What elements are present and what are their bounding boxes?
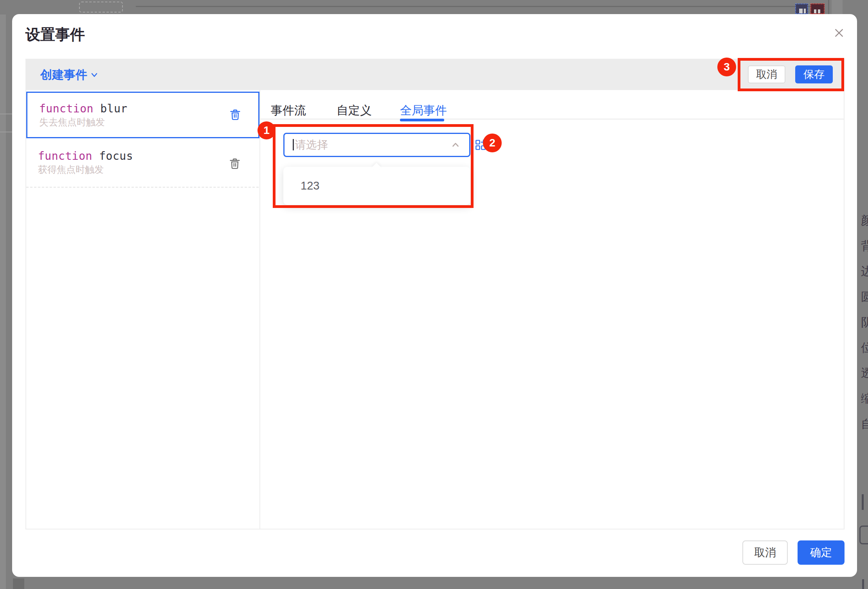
- panel-divider: [259, 90, 260, 529]
- event-toolbar: [26, 60, 844, 90]
- select-placeholder: 请选择: [295, 134, 328, 156]
- select-dropdown: 123: [283, 167, 470, 205]
- dropdown-option[interactable]: 123: [301, 167, 319, 205]
- background-canvas-frame: [136, 6, 819, 7]
- background-divider: [828, 0, 829, 14]
- background-thumbnail-icon: [795, 4, 808, 14]
- style-panel-label: 透: [861, 367, 868, 380]
- tab-event-flow[interactable]: 事件流: [271, 90, 306, 119]
- create-event-button[interactable]: 创建事件: [40, 60, 99, 90]
- tab-global-event[interactable]: 全局事件: [400, 90, 447, 119]
- style-panel-label: 圆: [861, 290, 868, 304]
- toolbar-save-button[interactable]: 保存: [795, 65, 833, 83]
- background-scrollbar: [862, 494, 864, 510]
- grid-plus-icon: [475, 139, 486, 150]
- close-button[interactable]: [831, 25, 847, 41]
- event-name: focus: [99, 150, 133, 163]
- event-keyword: function: [38, 150, 92, 163]
- background-thumbnail-icon: [810, 4, 825, 14]
- style-panel-label: 自: [861, 417, 868, 431]
- chevron-up-icon: [450, 140, 461, 152]
- trash-icon: [229, 108, 241, 121]
- text-cursor: [293, 139, 294, 150]
- list-divider: [26, 187, 259, 188]
- style-panel-label: 背: [861, 239, 868, 253]
- tab-bar-border: [260, 119, 844, 119]
- global-event-select[interactable]: 请选择: [283, 133, 470, 157]
- trash-icon: [229, 157, 241, 170]
- style-panel-label: 边: [861, 265, 868, 278]
- close-icon: [834, 28, 844, 38]
- background-dashed-placeholder: [79, 2, 123, 13]
- event-title: function blur: [39, 102, 128, 115]
- event-description: 失去焦点时触发: [39, 116, 105, 128]
- delete-event-button[interactable]: [229, 108, 241, 121]
- background-block: [13, 578, 24, 589]
- event-name: blur: [100, 102, 127, 115]
- background-line: [0, 114, 12, 114]
- style-panel-label: 缩: [861, 392, 868, 405]
- style-panel-label: 位: [861, 341, 868, 354]
- event-keyword: function: [39, 102, 94, 115]
- toolbar-cancel-button[interactable]: 取消: [748, 65, 785, 83]
- screen: 颜 背 边 圆 阴 位 透 缩 自 设置事件 创建事件 取消 保存 functi…: [0, 0, 868, 589]
- event-title: function focus: [38, 150, 133, 163]
- chevron-down-icon: [90, 70, 99, 79]
- modal-title: 设置事件: [25, 26, 85, 43]
- style-panel-label: 颜: [861, 214, 868, 227]
- background-scrollbar: [862, 579, 864, 589]
- create-event-label: 创建事件: [40, 67, 87, 83]
- event-list-item-blur[interactable]: function blur 失去焦点时触发: [26, 92, 259, 138]
- background-left-panel: [0, 14, 6, 589]
- background-outline-box: [859, 526, 868, 544]
- background-line: [0, 132, 12, 132]
- background-panel: [832, 0, 843, 14]
- component-picker-button[interactable]: [475, 139, 486, 150]
- event-description: 获得焦点时触发: [38, 163, 104, 176]
- footer-confirm-button[interactable]: 确定: [798, 540, 845, 565]
- event-list-item-focus[interactable]: function focus 获得焦点时触发: [26, 138, 259, 187]
- delete-event-button[interactable]: [229, 157, 241, 170]
- footer-cancel-button[interactable]: 取消: [742, 540, 788, 565]
- tab-custom[interactable]: 自定义: [337, 90, 372, 119]
- active-tab-underline: [400, 119, 444, 121]
- style-panel-label: 阴: [861, 316, 868, 329]
